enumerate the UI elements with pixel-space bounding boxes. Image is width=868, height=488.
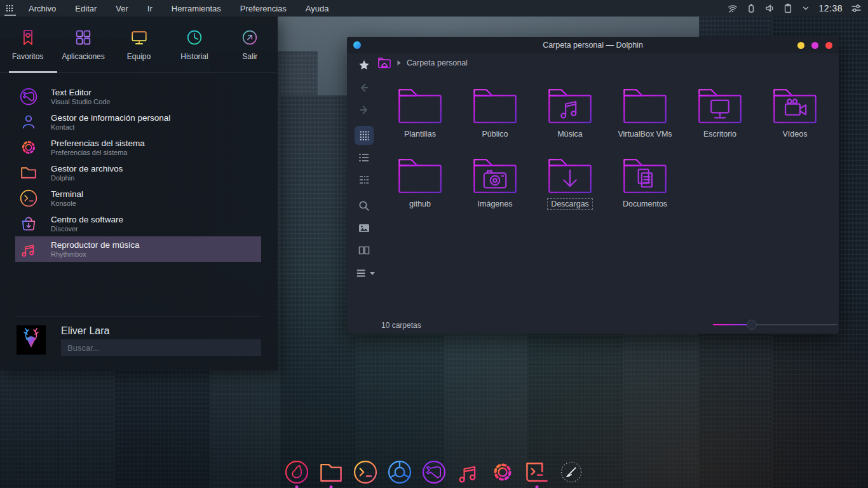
chevron-down-icon[interactable] — [801, 4, 810, 13]
folder-videos[interactable]: Vídeos — [759, 86, 831, 140]
breadcrumb: Carpeta personal — [377, 55, 468, 71]
titlebar[interactable]: Carpeta personal — Dolphin — [347, 37, 839, 53]
home-folder-icon[interactable] — [377, 57, 391, 69]
folder-escritorio[interactable]: Escritorio — [684, 86, 756, 140]
slider-handle[interactable] — [747, 320, 757, 330]
folder-label: Plantillas — [400, 128, 440, 140]
icon-view-icon — [358, 130, 370, 141]
monitor-icon — [130, 28, 149, 47]
tab-historial[interactable]: Historial — [166, 17, 222, 72]
folder-virtualbox-vms[interactable]: VirtualBox VMs — [609, 86, 681, 140]
app-subtitle: Rhythmbox — [51, 250, 140, 258]
dock-firefox[interactable] — [282, 458, 311, 487]
dock-chromium[interactable] — [385, 458, 414, 487]
running-indicator — [295, 485, 299, 488]
folder-label: Documentos — [619, 198, 671, 210]
app-item-text-editor[interactable]: Text Editor Visual Studio Code — [0, 84, 278, 109]
system-tray: 12:38 — [728, 3, 868, 13]
dock-settings[interactable] — [488, 458, 517, 487]
split-view-icon[interactable] — [358, 244, 370, 257]
folder-documentos[interactable]: Documentos — [609, 156, 681, 210]
close-button[interactable] — [825, 42, 832, 49]
launcher-tabs: Favoritos Aplicaciones Equipo — [0, 17, 278, 73]
dock-vscode[interactable] — [419, 458, 449, 487]
compass-dial-icon — [557, 458, 585, 486]
tab-aplicaciones[interactable]: Aplicaciones — [55, 17, 111, 72]
app-subtitle: Visual Studio Code — [51, 98, 110, 105]
forward-arrow-icon[interactable] — [358, 104, 370, 116]
app-item-discover[interactable]: Centro de software Discover — [0, 211, 278, 236]
dock-konsole[interactable] — [351, 458, 380, 487]
menubar-item-ver[interactable]: Ver — [106, 0, 138, 17]
preview-image-icon[interactable] — [358, 222, 370, 234]
file-manager-folder-icon — [317, 458, 345, 486]
clipboard-icon[interactable] — [783, 3, 793, 13]
avatar[interactable] — [17, 325, 46, 355]
folder-plantillas[interactable]: Plantillas — [384, 86, 456, 140]
maximize-button[interactable] — [811, 42, 818, 49]
tab-favoritos[interactable]: Favoritos — [0, 17, 55, 72]
rhythmbox-icon — [454, 458, 482, 486]
search-input[interactable] — [61, 339, 261, 356]
folder-photos-icon — [471, 156, 519, 196]
menubar-item-editar[interactable]: Editar — [65, 0, 106, 17]
menubar-item-archivo[interactable]: Archivo — [19, 0, 65, 17]
app-title: Text Editor — [51, 88, 110, 98]
chevron-down-icon — [370, 272, 375, 275]
sort-menu-icon — [356, 268, 367, 279]
clock-icon — [185, 28, 204, 47]
app-item-system-settings[interactable]: Preferencias del sistema Preferencias de… — [0, 135, 278, 160]
app-item-rhythmbox[interactable]: Reproductor de música Rhythmbox — [0, 236, 278, 262]
application-launcher-panel: Favoritos Aplicaciones Equipo — [0, 17, 278, 370]
tab-label: Aplicaciones — [62, 52, 104, 61]
menubar-item-ayuda[interactable]: Ayuda — [296, 0, 339, 17]
user-name: Eliver Lara — [61, 325, 109, 337]
folder-publico[interactable]: Público — [459, 86, 531, 140]
app-item-kontact[interactable]: Gestor de información personal Kontact — [0, 109, 278, 135]
folder-imagenes[interactable]: Imágenes — [459, 156, 531, 210]
favorites-list: Text Editor Visual Studio Code Gestor de… — [0, 84, 278, 262]
sort-menu-button[interactable] — [356, 268, 375, 279]
menubar-item-herramientas[interactable]: Herramientas — [162, 0, 231, 17]
app-item-konsole[interactable]: Terminal Konsole — [0, 186, 278, 211]
folder-icon — [396, 86, 444, 126]
zoom-slider[interactable] — [713, 320, 837, 330]
network-icon[interactable] — [728, 3, 738, 13]
app-item-dolphin[interactable]: Gestor de archivos Dolphin — [0, 160, 278, 186]
list-view-icon[interactable] — [358, 151, 370, 164]
volume-icon[interactable] — [764, 3, 775, 13]
menubar-item-preferencias[interactable]: Preferencias — [231, 0, 296, 17]
dock-terminal[interactable] — [522, 458, 552, 487]
active-indicator — [4, 15, 16, 16]
vscode-icon — [420, 458, 448, 486]
app-subtitle: Kontact — [51, 123, 170, 131]
menubar-item-ir[interactable]: Ir — [138, 0, 162, 17]
folder-label: github — [405, 198, 435, 210]
dock-compass-dial[interactable] — [557, 458, 586, 487]
running-indicator — [330, 485, 333, 488]
battery-icon[interactable] — [746, 3, 756, 13]
folder-github[interactable]: github — [384, 156, 456, 210]
folder-musica[interactable]: Música — [534, 86, 606, 140]
dock-rhythmbox[interactable] — [454, 458, 483, 487]
tab-label: Equipo — [127, 52, 151, 61]
search-icon[interactable] — [358, 200, 370, 212]
sliders-icon[interactable] — [851, 3, 862, 13]
minimize-button[interactable] — [797, 42, 804, 49]
clock[interactable]: 12:38 — [818, 3, 843, 13]
dock-file-manager[interactable] — [316, 458, 346, 487]
star-icon[interactable] — [358, 59, 370, 72]
folder-descargas[interactable]: Descargas — [534, 156, 606, 210]
folder-label: Vídeos — [779, 128, 811, 140]
icon-view-button-active[interactable] — [355, 126, 374, 145]
app-title: Gestor de archivos — [51, 164, 123, 175]
tab-equipo[interactable]: Equipo — [111, 17, 166, 72]
back-arrow-icon[interactable] — [358, 81, 370, 94]
compact-view-icon[interactable] — [358, 173, 370, 186]
folder-label: Descargas — [547, 198, 593, 210]
breadcrumb-label[interactable]: Carpeta personal — [407, 58, 468, 67]
app-launcher-button[interactable] — [0, 0, 19, 17]
tab-salir[interactable]: Salir — [222, 17, 278, 72]
app-title: Terminal — [51, 189, 83, 200]
folder-icon — [621, 86, 669, 126]
